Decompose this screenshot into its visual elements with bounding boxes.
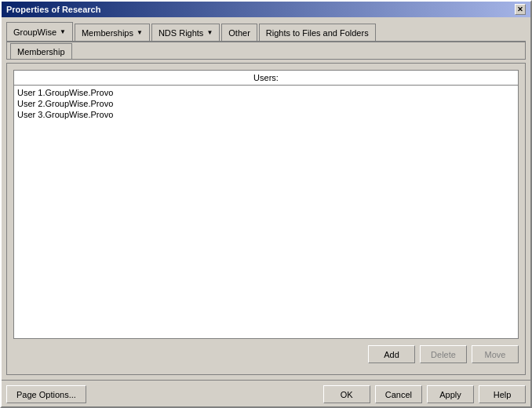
- add-button[interactable]: Add: [368, 345, 415, 363]
- ok-button[interactable]: OK: [323, 385, 370, 403]
- list-item[interactable]: User 3.GroupWise.Provo: [16, 109, 516, 120]
- chevron-down-icon: ▼: [60, 28, 66, 35]
- tab-nds-rights[interactable]: NDS Rights ▼: [151, 24, 220, 41]
- chevron-down-icon: ▼: [206, 29, 213, 36]
- window-body: GroupWise ▼ Memberships ▼ NDS Rights ▼ O…: [2, 17, 530, 380]
- help-button[interactable]: Help: [479, 385, 526, 403]
- action-buttons-row: Add Delete Move: [13, 345, 519, 363]
- bottom-right-buttons: OK Cancel Apply Help: [323, 385, 526, 403]
- tab-memberships[interactable]: Memberships ▼: [75, 24, 150, 41]
- title-bar: Properties of Research ✕: [2, 2, 530, 17]
- window-title: Properties of Research: [6, 5, 100, 14]
- sub-tab-membership[interactable]: Membership: [10, 43, 72, 59]
- users-list[interactable]: User 1.GroupWise.Provo User 2.GroupWise.…: [13, 86, 519, 339]
- bottom-bar: Page Options... OK Cancel Apply Help: [2, 380, 530, 406]
- users-list-container: Users: User 1.GroupWise.Provo User 2.Gro…: [13, 70, 519, 339]
- list-item[interactable]: User 1.GroupWise.Provo: [16, 87, 516, 98]
- close-button[interactable]: ✕: [515, 4, 526, 15]
- cancel-button[interactable]: Cancel: [375, 385, 422, 403]
- list-item[interactable]: User 2.GroupWise.Provo: [16, 98, 516, 109]
- tab-rights-files-folders[interactable]: Rights to Files and Folders: [259, 24, 376, 41]
- move-button[interactable]: Move: [472, 345, 519, 363]
- users-list-header: Users:: [13, 70, 519, 86]
- properties-window: Properties of Research ✕ GroupWise ▼ Mem…: [0, 0, 532, 408]
- delete-button[interactable]: Delete: [420, 345, 467, 363]
- tab-other[interactable]: Other: [221, 24, 257, 41]
- chevron-down-icon: ▼: [137, 29, 143, 36]
- content-area: Users: User 1.GroupWise.Provo User 2.Gro…: [6, 63, 526, 375]
- page-options-button[interactable]: Page Options...: [6, 385, 86, 403]
- apply-button[interactable]: Apply: [427, 385, 474, 403]
- tab-groupwise[interactable]: GroupWise ▼: [6, 22, 73, 41]
